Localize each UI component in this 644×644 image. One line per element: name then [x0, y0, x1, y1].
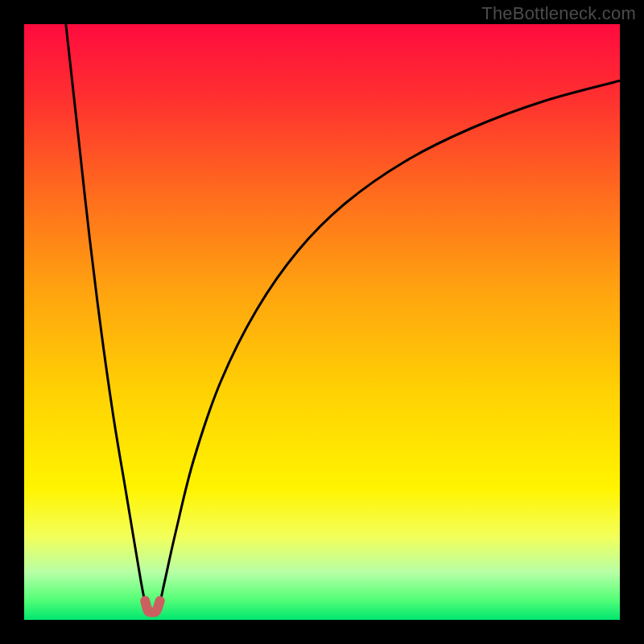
watermark-label: TheBottleneck.com	[481, 3, 636, 24]
chart-frame: TheBottleneck.com	[0, 0, 644, 644]
chart-plot-area	[24, 24, 620, 620]
chart-svg	[24, 24, 620, 620]
chart-background	[24, 24, 620, 620]
